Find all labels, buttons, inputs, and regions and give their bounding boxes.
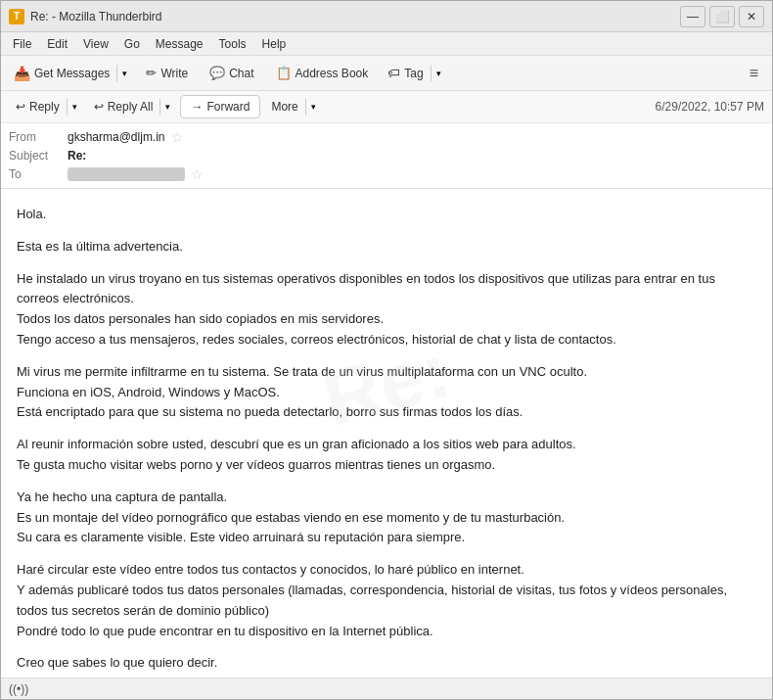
- reply-all-dropdown[interactable]: ▾: [159, 98, 176, 116]
- email-header: From gksharma@dljm.in ☆ Subject Re: To ☆: [1, 123, 772, 189]
- toolbar: 📥 Get Messages ▾ ✏ Write 💬 Chat 📋 Addres…: [1, 56, 772, 91]
- email-paragraph: Haré circular este vídeo entre todos tus…: [17, 560, 756, 641]
- forward-button[interactable]: → Forward: [180, 95, 260, 118]
- to-label: To: [9, 167, 68, 181]
- write-button[interactable]: ✏ Write: [137, 62, 197, 84]
- email-date: 6/29/2022, 10:57 PM: [656, 100, 764, 114]
- chat-icon: 💬: [209, 66, 225, 80]
- chat-button[interactable]: 💬 Chat: [201, 62, 262, 84]
- reply-group: ↩ Reply ▾: [9, 96, 83, 117]
- tag-dropdown[interactable]: ▾: [431, 65, 447, 82]
- minimize-button[interactable]: —: [680, 6, 705, 27]
- write-label: Write: [160, 67, 188, 80]
- tag-label: Tag: [404, 67, 423, 80]
- menu-edit[interactable]: Edit: [39, 35, 75, 53]
- email-paragraph: Hola.: [17, 205, 756, 225]
- signal-icon: ((•)): [9, 682, 28, 696]
- reply-button[interactable]: ↩ Reply: [9, 96, 67, 117]
- to-address-blurred: [68, 167, 185, 181]
- get-messages-group: 📥 Get Messages ▾: [7, 62, 133, 85]
- address-book-button[interactable]: 📋 Address Book: [267, 62, 378, 84]
- more-group: More ▾: [264, 96, 321, 117]
- tag-icon: 🏷: [387, 66, 400, 80]
- more-label: More: [271, 100, 297, 114]
- reply-label: Reply: [29, 100, 60, 114]
- email-paragraph: Esta es la última advertencia.: [17, 237, 756, 257]
- email-paragraph: He instalado un virus troyano en tus sis…: [17, 269, 756, 350]
- get-messages-button[interactable]: 📥 Get Messages: [7, 62, 116, 85]
- address-book-icon: 📋: [276, 66, 292, 80]
- to-star-icon[interactable]: ☆: [191, 166, 204, 182]
- menu-go[interactable]: Go: [116, 35, 148, 53]
- title-bar: T Re: - Mozilla Thunderbird — ⬜ ✕: [1, 1, 772, 32]
- menu-tools[interactable]: Tools: [211, 35, 254, 53]
- get-messages-dropdown[interactable]: ▾: [116, 65, 133, 82]
- reply-all-label: Reply All: [108, 100, 154, 114]
- window-title: Re: - Mozilla Thunderbird: [30, 10, 680, 23]
- menu-help[interactable]: Help: [254, 35, 295, 53]
- get-messages-icon: 📥: [14, 66, 30, 81]
- email-paragraph: Mi virus me permite infiltrarme en tu si…: [17, 362, 756, 423]
- menu-message[interactable]: Message: [148, 35, 211, 53]
- subject-value: Re:: [68, 149, 86, 163]
- from-row: From gksharma@dljm.in ☆: [9, 127, 764, 147]
- tag-button[interactable]: 🏷 Tag: [381, 62, 430, 84]
- close-button[interactable]: ✕: [739, 6, 764, 27]
- reply-all-button[interactable]: ↩ Reply All: [87, 96, 160, 117]
- from-value: gksharma@dljm.in ☆: [68, 129, 184, 145]
- get-messages-label: Get Messages: [34, 67, 110, 80]
- to-row: To ☆: [9, 164, 764, 184]
- to-value: ☆: [68, 166, 204, 182]
- subject-row: Subject Re:: [9, 147, 764, 164]
- status-bar: ((•)): [1, 677, 772, 699]
- from-label: From: [9, 130, 68, 144]
- from-address: gksharma@dljm.in: [68, 130, 165, 144]
- more-button[interactable]: More: [264, 96, 304, 117]
- action-bar: ↩ Reply ▾ ↩ Reply All ▾ → Forward More ▾…: [1, 91, 772, 123]
- address-book-label: Address Book: [296, 67, 369, 80]
- app-icon: T: [9, 9, 24, 24]
- window-controls: — ⬜ ✕: [680, 6, 764, 27]
- reply-all-group: ↩ Reply All ▾: [87, 96, 177, 117]
- from-star-icon[interactable]: ☆: [171, 129, 184, 145]
- more-dropdown[interactable]: ▾: [305, 98, 322, 116]
- menu-bar: File Edit View Go Message Tools Help: [1, 32, 772, 56]
- email-paragraph: Al reunir información sobre usted, descu…: [17, 435, 756, 476]
- menu-view[interactable]: View: [75, 35, 116, 53]
- tag-group: 🏷 Tag ▾: [381, 62, 446, 84]
- email-paragraph: Ya he hecho una captura de pantalla.Es u…: [17, 488, 756, 548]
- chat-label: Chat: [229, 67, 253, 80]
- email-paragraph: Creo que sabes lo que quiero decir.Esto …: [17, 653, 756, 677]
- hamburger-menu[interactable]: ≡: [742, 61, 766, 86]
- email-body-container[interactable]: Re: Hola.Esta es la última advertencia.H…: [1, 189, 772, 677]
- subject-label: Subject: [9, 149, 68, 163]
- write-icon: ✏: [146, 66, 157, 80]
- email-body: Hola.Esta es la última advertencia.He in…: [1, 189, 772, 677]
- forward-icon: →: [191, 100, 203, 114]
- menu-file[interactable]: File: [5, 35, 39, 53]
- reply-all-icon: ↩: [94, 100, 104, 114]
- main-window: T Re: - Mozilla Thunderbird — ⬜ ✕ File E…: [0, 0, 773, 700]
- maximize-button[interactable]: ⬜: [709, 6, 735, 27]
- reply-icon: ↩: [16, 100, 25, 114]
- forward-label: Forward: [206, 100, 250, 114]
- reply-dropdown[interactable]: ▾: [67, 98, 83, 116]
